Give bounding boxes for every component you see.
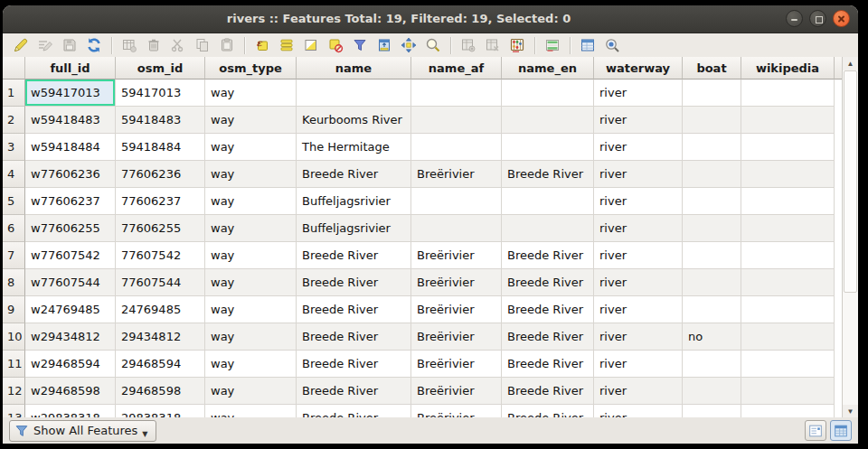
cell-name[interactable]: Buffeljagsrivier [297, 215, 411, 242]
cell-name_en[interactable]: Breede River [502, 405, 594, 418]
toggle-editing-button[interactable] [11, 34, 33, 56]
row-number[interactable]: 13 [3, 405, 25, 418]
cell-osm_id[interactable]: 29434812 [116, 323, 205, 351]
cell-wikipedia[interactable] [741, 188, 835, 215]
row-number[interactable]: 12 [3, 378, 25, 405]
row-number[interactable]: 1 [3, 80, 25, 107]
cell-waterway[interactable]: river [594, 378, 683, 405]
cell-osm_id[interactable]: 77606255 [116, 215, 205, 242]
maximize-button[interactable] [809, 10, 826, 27]
cell-full_id[interactable]: w77607542 [25, 242, 116, 269]
cell-full_id[interactable]: w77606236 [25, 161, 116, 188]
row-number[interactable]: 10 [3, 323, 25, 351]
row-number[interactable]: 7 [3, 242, 25, 269]
cell-name[interactable]: Breede River [297, 161, 411, 188]
cell-waterway[interactable]: river [594, 405, 683, 418]
cell-osm_type[interactable]: way [205, 80, 297, 107]
cell-name_en[interactable] [502, 188, 594, 215]
row-number[interactable]: 5 [3, 188, 25, 215]
cell-name[interactable]: Keurbooms River [297, 107, 411, 134]
row-number[interactable]: 3 [3, 134, 25, 161]
cell-name_af[interactable]: Breërivier [411, 323, 502, 351]
vertical-scrollbar[interactable]: ▲ ▼ [842, 57, 858, 418]
cell-name[interactable]: Breede River [297, 378, 411, 405]
cell-wikipedia[interactable] [741, 242, 835, 269]
cell-waterway[interactable]: river [594, 296, 683, 323]
column-header-boat[interactable]: boat [683, 57, 741, 80]
cell-full_id[interactable]: w59418483 [25, 107, 116, 134]
cell-wikipedia[interactable] [741, 296, 835, 323]
cell-name[interactable]: Breede River [297, 351, 411, 378]
cell-osm_id[interactable]: 77607544 [116, 269, 205, 296]
cell-osm_id[interactable]: 77606237 [116, 188, 205, 215]
cell-name_af[interactable] [411, 80, 502, 107]
cell-boat[interactable] [683, 215, 741, 242]
column-header-full_id[interactable]: full_id [25, 57, 116, 80]
cell-name_af[interactable]: Breërivier [411, 161, 502, 188]
cell-boat[interactable] [683, 161, 741, 188]
scroll-up-button[interactable]: ▲ [843, 57, 858, 70]
select-by-form-button[interactable] [350, 34, 372, 56]
cell-osm_type[interactable]: way [205, 215, 297, 242]
cell-name_en[interactable]: Breede River [502, 351, 594, 378]
invert-selection-button[interactable] [301, 34, 323, 56]
cell-boat[interactable] [683, 296, 741, 323]
cell-name[interactable]: Breede River [297, 269, 411, 296]
cell-wikipedia[interactable] [741, 107, 835, 134]
row-number[interactable]: 8 [3, 269, 25, 296]
cell-name[interactable]: Breede River [297, 296, 411, 323]
deselect-all-button[interactable] [326, 34, 347, 56]
column-header-name_af[interactable]: name_af [411, 57, 502, 80]
cell-osm_type[interactable]: way [205, 161, 297, 188]
reload-table-button[interactable] [84, 34, 106, 56]
cell-boat[interactable] [683, 107, 741, 134]
cell-osm_type[interactable]: way [205, 378, 297, 405]
cell-name_en[interactable] [502, 80, 594, 107]
cell-osm_type[interactable]: way [205, 351, 297, 378]
cell-osm_id[interactable]: 59418483 [116, 107, 205, 134]
cell-name[interactable]: Breede River [297, 405, 411, 418]
column-header-name_en[interactable]: name_en [502, 57, 594, 80]
cell-waterway[interactable]: river [594, 80, 683, 107]
cell-name[interactable]: Buffeljagsrivier [297, 188, 411, 215]
column-header-wikipedia[interactable]: wikipedia [741, 57, 835, 80]
cell-waterway[interactable]: river [594, 351, 683, 378]
cell-boat[interactable] [683, 269, 741, 296]
cell-name_af[interactable]: Breërivier [411, 296, 502, 323]
cell-name_en[interactable]: Breede River [502, 242, 594, 269]
column-header-waterway[interactable]: waterway [594, 57, 683, 80]
cell-osm_type[interactable]: way [205, 134, 297, 161]
scroll-down-button[interactable]: ▼ [843, 405, 858, 418]
cell-full_id[interactable]: w24769485 [25, 296, 116, 323]
cell-name_en[interactable]: Breede River [502, 296, 594, 323]
cell-name_af[interactable]: Breërivier [411, 242, 502, 269]
cell-waterway[interactable]: river [594, 161, 683, 188]
cell-full_id[interactable]: w77606255 [25, 215, 116, 242]
cell-boat[interactable] [683, 242, 741, 269]
row-number[interactable]: 4 [3, 161, 25, 188]
cell-full_id[interactable]: w29468598 [25, 378, 116, 405]
cell-wikipedia[interactable] [741, 378, 835, 405]
cell-boat[interactable] [683, 378, 741, 405]
cell-name_en[interactable]: Breede River [502, 161, 594, 188]
cell-wikipedia[interactable] [741, 80, 835, 107]
cell-name_af[interactable] [411, 134, 502, 161]
cell-osm_id[interactable]: 24769485 [116, 296, 205, 323]
cell-wikipedia[interactable] [741, 405, 835, 418]
cell-wikipedia[interactable] [741, 215, 835, 242]
column-header-osm_id[interactable]: osm_id [116, 57, 205, 80]
cell-osm_type[interactable]: way [205, 107, 297, 134]
cell-boat[interactable] [683, 351, 741, 378]
row-number[interactable]: 2 [3, 107, 25, 134]
cell-osm_id[interactable]: 59418484 [116, 134, 205, 161]
cell-wikipedia[interactable] [741, 269, 835, 296]
select-by-expression-button[interactable]: ε [252, 34, 274, 56]
column-header-name[interactable]: name [297, 57, 411, 80]
conditional-formatting-button[interactable] [542, 34, 564, 56]
cell-name_af[interactable]: Breërivier [411, 405, 502, 418]
field-calculator-button[interactable] [507, 34, 529, 56]
cell-waterway[interactable]: river [594, 215, 683, 242]
cell-name[interactable]: The Hermitage [297, 134, 411, 161]
cell-osm_type[interactable]: way [205, 188, 297, 215]
corner-header[interactable] [3, 57, 25, 80]
